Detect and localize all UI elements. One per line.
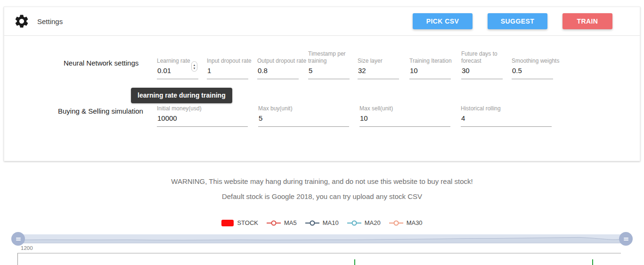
legend-label: MA30 bbox=[407, 219, 423, 226]
field-size-layer: Size layer bbox=[358, 41, 399, 79]
field-label: Max buy(unit) bbox=[258, 105, 349, 112]
max-sell-input[interactable] bbox=[359, 114, 450, 127]
ma30-marker-icon bbox=[389, 220, 403, 226]
number-spinner-icon[interactable]: ▲▼ bbox=[191, 61, 197, 72]
legend-item-stock[interactable]: STOCK bbox=[221, 219, 258, 226]
legend-label: MA20 bbox=[365, 219, 381, 226]
train-button[interactable]: TRAIN bbox=[562, 13, 612, 29]
range-preview-wave bbox=[14, 234, 628, 243]
field-label: Size layer bbox=[358, 58, 399, 65]
input-dropout-rate-input[interactable] bbox=[207, 66, 248, 79]
field-label: Historical rolling bbox=[461, 105, 552, 112]
historical-rolling-input[interactable] bbox=[461, 114, 552, 127]
drag-handle-icon bbox=[16, 240, 21, 240]
drag-handle-icon bbox=[16, 238, 21, 239]
legend-item-ma5[interactable]: MA5 bbox=[267, 219, 297, 226]
range-handle-right[interactable] bbox=[619, 232, 633, 246]
field-training-iteration: Training Iteration bbox=[409, 41, 451, 79]
field-future-days-to-forecast: Future days to forecast bbox=[461, 41, 503, 79]
chart-legend: STOCK MA5 MA10 MA20 MA30 bbox=[0, 219, 644, 226]
section-label-simulation: Buying & Selling simulation bbox=[58, 107, 143, 115]
field-historical-rolling: Historical rolling bbox=[461, 89, 552, 127]
timestamp-per-training-input[interactable] bbox=[308, 66, 350, 79]
legend-item-ma10[interactable]: MA10 bbox=[305, 219, 339, 226]
y-axis-tick-label: 1200 bbox=[21, 245, 33, 251]
field-max-buy: Max buy(unit) bbox=[258, 89, 349, 127]
field-output-dropout-rate: Output dropout rate bbox=[257, 41, 299, 79]
settings-card: Settings PICK CSV SUGGEST TRAIN Neural N… bbox=[4, 7, 640, 161]
field-label: Training Iteration bbox=[409, 58, 451, 65]
field-label: Timestamp per training bbox=[308, 50, 350, 65]
legend-item-ma20[interactable]: MA20 bbox=[347, 219, 381, 226]
chart-green-tick bbox=[354, 259, 355, 265]
gear-icon bbox=[14, 13, 30, 29]
field-input-dropout-rate: Input dropout rate bbox=[207, 41, 248, 79]
pick-csv-button[interactable]: PICK CSV bbox=[413, 13, 473, 29]
settings-body: Neural Network settings Learning rate ▲▼… bbox=[4, 36, 640, 161]
future-days-to-forecast-input[interactable] bbox=[461, 66, 503, 79]
settings-header: Settings PICK CSV SUGGEST TRAIN bbox=[4, 7, 640, 36]
size-layer-input[interactable] bbox=[358, 66, 399, 79]
page-title: Settings bbox=[37, 17, 63, 25]
training-iteration-input[interactable] bbox=[409, 66, 451, 79]
field-label: Input dropout rate bbox=[207, 58, 248, 65]
field-smoothing-weights: Smoothing weights bbox=[512, 41, 553, 79]
header-buttons: PICK CSV SUGGEST TRAIN bbox=[413, 13, 612, 29]
drag-handle-icon bbox=[624, 238, 628, 239]
initial-money-input[interactable] bbox=[157, 114, 248, 127]
field-label: Output dropout rate bbox=[257, 58, 299, 65]
output-dropout-rate-input[interactable] bbox=[257, 66, 299, 79]
section-label-neural-network: Neural Network settings bbox=[64, 59, 139, 67]
field-max-sell: Max sell(unit) bbox=[359, 89, 450, 127]
warning-text: WARNING, This website may hang during tr… bbox=[0, 177, 644, 185]
smoothing-weights-input[interactable] bbox=[512, 66, 553, 79]
field-label: Future days to forecast bbox=[461, 50, 503, 65]
legend-label: MA5 bbox=[284, 219, 297, 226]
stock-swatch-icon bbox=[221, 220, 234, 226]
legend-label: MA10 bbox=[323, 219, 339, 226]
drag-handle-icon bbox=[624, 240, 628, 240]
field-learning-rate: Learning rate ▲▼ bbox=[157, 41, 198, 79]
chart-green-tick bbox=[592, 259, 593, 265]
chart-y-axis-line bbox=[17, 253, 18, 265]
suggest-button[interactable]: SUGGEST bbox=[488, 13, 547, 29]
range-handle-left[interactable] bbox=[11, 232, 25, 246]
ma10-marker-icon bbox=[305, 220, 319, 226]
tooltip-learning-rate: learning rate during training bbox=[131, 88, 232, 103]
ma5-marker-icon bbox=[267, 220, 281, 226]
legend-item-ma30[interactable]: MA30 bbox=[389, 219, 423, 226]
field-timestamp-per-training: Timestamp per training bbox=[308, 41, 350, 79]
field-label: Max sell(unit) bbox=[359, 105, 450, 112]
field-label: Initial money(usd) bbox=[157, 105, 248, 112]
chart-range-selector[interactable] bbox=[14, 234, 628, 243]
max-buy-input[interactable] bbox=[258, 114, 349, 127]
field-label: Smoothing weights bbox=[512, 58, 553, 65]
chart-top-border bbox=[17, 253, 621, 254]
ma20-marker-icon bbox=[347, 220, 361, 226]
legend-label: STOCK bbox=[237, 219, 258, 226]
default-stock-text: Default stock is Google 2018, you can tr… bbox=[0, 192, 644, 200]
